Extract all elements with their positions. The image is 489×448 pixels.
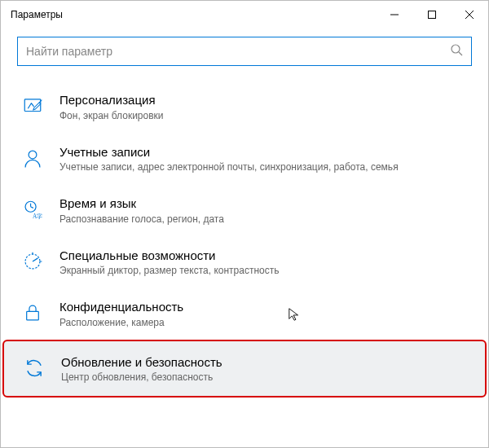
svg-text:A字: A字 bbox=[33, 213, 42, 220]
update-security-icon bbox=[22, 356, 46, 380]
time-language-icon: A字 bbox=[20, 197, 45, 222]
accounts-icon bbox=[20, 146, 45, 170]
privacy-icon bbox=[20, 301, 45, 325]
svg-rect-1 bbox=[429, 11, 436, 19]
category-privacy[interactable]: Конфиденциальность Расположение, камера bbox=[17, 288, 472, 340]
category-personalization[interactable]: Персонализация Фон, экран блокировки bbox=[17, 81, 472, 133]
window-title: Параметры bbox=[11, 9, 63, 20]
category-accounts[interactable]: Учетные записи Учетные записи, адрес эле… bbox=[17, 133, 472, 185]
category-title: Конфиденциальность bbox=[59, 299, 183, 315]
category-subtitle: Учетные записи, адрес электронной почты,… bbox=[59, 161, 399, 173]
category-title: Обновление и безопасность bbox=[61, 354, 222, 371]
svg-rect-13 bbox=[27, 311, 39, 320]
category-subtitle: Экранный диктор, размер текста, контраст… bbox=[59, 265, 279, 276]
search-icon bbox=[450, 43, 463, 59]
category-title: Время и язык bbox=[59, 195, 224, 212]
close-button[interactable] bbox=[451, 1, 488, 29]
category-subtitle: Центр обновления, безопасность bbox=[61, 371, 222, 383]
category-subtitle: Фон, экран блокировки bbox=[59, 110, 164, 121]
content-area: Персонализация Фон, экран блокировки Уче… bbox=[1, 37, 488, 448]
minimize-button[interactable] bbox=[376, 1, 413, 29]
category-title: Персонализация bbox=[59, 92, 164, 108]
svg-line-5 bbox=[459, 52, 462, 55]
ease-of-access-icon bbox=[20, 249, 45, 274]
category-update-security[interactable]: Обновление и безопасность Центр обновлен… bbox=[2, 340, 487, 398]
category-title: Специальные возможности bbox=[59, 248, 279, 264]
category-subtitle: Расположение, камера bbox=[59, 317, 183, 328]
category-subtitle: Распознавание голоса, регион, дата bbox=[59, 213, 224, 225]
svg-line-10 bbox=[31, 207, 33, 209]
category-ease-of-access[interactable]: Специальные возможности Экранный диктор,… bbox=[17, 236, 472, 288]
personalization-icon bbox=[20, 94, 45, 118]
titlebar: Параметры bbox=[1, 1, 488, 29]
search-box[interactable] bbox=[17, 37, 472, 66]
svg-point-7 bbox=[29, 151, 37, 159]
search-input[interactable] bbox=[26, 45, 450, 58]
category-title: Учетные записи bbox=[59, 144, 399, 160]
maximize-button[interactable] bbox=[413, 1, 451, 29]
category-time-language[interactable]: A字 Время и язык Распознавание голоса, ре… bbox=[17, 184, 472, 236]
svg-point-4 bbox=[452, 45, 460, 53]
